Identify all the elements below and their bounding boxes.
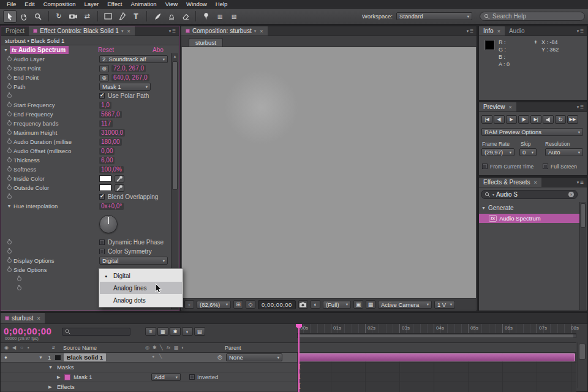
effects-group-row[interactable]: ▶ Effects bbox=[1, 382, 297, 392]
close-icon[interactable]: × bbox=[534, 179, 537, 186]
menu-composition[interactable]: Composition bbox=[39, 0, 80, 8]
pen-tool-icon[interactable] bbox=[115, 10, 129, 23]
use-polar-path-checkbox[interactable] bbox=[99, 93, 105, 99]
clone-stamp-tool-icon[interactable] bbox=[164, 10, 178, 23]
ram-preview-icon[interactable]: ▶▶ bbox=[567, 115, 578, 124]
hue-interpolation-dial[interactable] bbox=[99, 215, 118, 233]
dynamic-hue-phase-checkbox[interactable] bbox=[99, 239, 105, 245]
menu-layer[interactable]: Layer bbox=[80, 0, 104, 8]
menu-animation[interactable]: Animation bbox=[126, 0, 160, 8]
menu-file[interactable]: File bbox=[2, 0, 20, 8]
twirl-down-icon[interactable]: ▼ bbox=[4, 48, 10, 52]
eye-icon[interactable]: ● bbox=[4, 355, 7, 360]
about-link[interactable]: Abo bbox=[153, 47, 164, 53]
viewer-tab-sturbust[interactable]: sturbust bbox=[189, 38, 223, 47]
menu-view[interactable]: View bbox=[161, 0, 182, 8]
layer-name[interactable]: Black Solid 1 bbox=[64, 353, 106, 361]
last-frame-icon[interactable]: ▶| bbox=[530, 115, 541, 124]
stopwatch-icon[interactable] bbox=[17, 277, 21, 281]
stopwatch-icon[interactable] bbox=[7, 249, 12, 254]
chevron-down-icon[interactable]: ▾ bbox=[492, 192, 494, 197]
time-ruler[interactable]: :00s 01s 02s 03s 04s 05s 06s 07s 08s bbox=[297, 324, 576, 334]
scrollbar-thumb[interactable] bbox=[581, 203, 586, 228]
twirl-down-icon[interactable]: ▼ bbox=[39, 355, 43, 360]
composition-viewer[interactable] bbox=[182, 47, 476, 298]
current-time-display[interactable]: 0;00;00;00 bbox=[258, 300, 296, 309]
clear-search-icon[interactable]: × bbox=[568, 192, 574, 197]
color-symmetry-checkbox[interactable] bbox=[99, 249, 105, 254]
magnification-select[interactable]: (82,6%)▾ bbox=[197, 301, 231, 309]
switch-dot[interactable]: ╲ bbox=[159, 354, 162, 359]
rotation-tool-icon[interactable]: ↻ bbox=[52, 10, 66, 23]
thickness-value[interactable]: 6,00 bbox=[99, 157, 115, 164]
source-name-header[interactable]: Source Name bbox=[63, 345, 97, 351]
next-frame-icon[interactable]: |▶ bbox=[518, 115, 529, 124]
draft-3d-icon[interactable]: ▦ bbox=[157, 327, 168, 336]
close-icon[interactable]: × bbox=[509, 104, 512, 110]
region-of-interest-icon[interactable]: ▣ bbox=[353, 300, 363, 309]
menu-window[interactable]: Window bbox=[182, 0, 211, 8]
panel-menu-icon[interactable]: ▾≡ bbox=[464, 26, 477, 36]
grid-guides-icon[interactable]: ⊞ bbox=[233, 300, 243, 309]
mask-shape-tool-icon[interactable] bbox=[101, 10, 115, 23]
work-area-bar[interactable] bbox=[297, 334, 576, 338]
pick-whip-icon[interactable]: ◎ bbox=[217, 354, 222, 360]
stopwatch-icon[interactable] bbox=[7, 140, 12, 144]
close-icon[interactable]: × bbox=[127, 28, 130, 34]
audio-duration-value[interactable]: 180,00 bbox=[99, 138, 122, 146]
tab-effect-controls[interactable]: Effect Controls: Black Solid 1 ▾ × bbox=[29, 26, 135, 36]
panel-menu-icon[interactable]: ▾≡ bbox=[574, 102, 587, 111]
maximum-height-value[interactable]: 31000,0 bbox=[99, 129, 125, 137]
layer-color-swatch[interactable] bbox=[55, 355, 61, 361]
loop-icon[interactable]: ↻ bbox=[555, 115, 566, 124]
end-point-value[interactable]: 640,0, 267,0 bbox=[111, 74, 149, 81]
twirl-right-icon[interactable]: ▶ bbox=[57, 375, 60, 380]
twirl-down-icon[interactable]: ▼ bbox=[5, 204, 13, 208]
stopwatch-icon[interactable] bbox=[7, 94, 12, 98]
stopwatch-icon[interactable] bbox=[7, 66, 12, 70]
audio-layer-select[interactable]: 2. Soundtrack.aif▾ bbox=[99, 55, 168, 63]
twirl-down-icon[interactable]: ▼ bbox=[481, 206, 486, 210]
panel-menu-icon[interactable]: ▾≡ bbox=[166, 26, 179, 36]
zoom-tool-icon[interactable] bbox=[31, 10, 45, 23]
blend-overlapping-checkbox[interactable] bbox=[99, 194, 105, 200]
tab-audio[interactable]: Audio bbox=[505, 26, 529, 36]
hue-interpolation-value[interactable]: 0x+0,0° bbox=[99, 203, 124, 210]
ram-preview-options-select[interactable]: RAM Preview Options▾ bbox=[481, 128, 583, 136]
resolution-select[interactable]: (Full)▾ bbox=[323, 301, 351, 309]
menu-item-analog-lines[interactable]: Analog lines bbox=[100, 282, 182, 294]
point-target-icon[interactable]: ⊕ bbox=[99, 74, 109, 81]
first-frame-icon[interactable]: |◀ bbox=[481, 115, 492, 124]
grid-toggle-icon[interactable]: ▧ bbox=[227, 10, 241, 23]
outside-color-swatch[interactable] bbox=[99, 184, 111, 191]
layer-row-black-solid[interactable]: ● ▼ 1 Black Solid 1 ● ╲ ◎ None▾ bbox=[1, 353, 297, 363]
motion-blur-icon[interactable]: ▤ bbox=[194, 327, 205, 336]
tab-timeline-sturbust[interactable]: sturbust × bbox=[1, 313, 45, 323]
menu-item-digital[interactable]: ● Digital bbox=[100, 270, 182, 282]
type-tool-icon[interactable]: T bbox=[129, 10, 143, 23]
frame-rate-select[interactable]: (29,97)▾ bbox=[481, 148, 514, 156]
stopwatch-icon[interactable] bbox=[7, 85, 12, 89]
brush-tool-icon[interactable] bbox=[150, 10, 164, 23]
menu-effect[interactable]: Effect bbox=[103, 0, 126, 8]
pan-behind-tool-icon[interactable]: ⇄ bbox=[80, 10, 94, 23]
parent-select[interactable]: None▾ bbox=[226, 353, 282, 361]
close-icon[interactable]: × bbox=[260, 28, 263, 34]
resolution-preview-select[interactable]: Auto▾ bbox=[545, 148, 583, 156]
scrollbar-thumb[interactable] bbox=[172, 61, 178, 190]
twirl-right-icon[interactable]: ▶ bbox=[48, 385, 51, 390]
audio-icon[interactable] bbox=[543, 115, 554, 124]
tab-effects-presets[interactable]: Effects & Presets× bbox=[479, 178, 541, 187]
previous-frame-icon[interactable]: ◀| bbox=[494, 115, 505, 124]
camera-tool-icon[interactable] bbox=[66, 10, 80, 23]
stopwatch-icon[interactable] bbox=[7, 57, 12, 61]
hand-tool-icon[interactable] bbox=[17, 10, 31, 23]
full-screen-checkbox[interactable] bbox=[543, 164, 548, 169]
chevron-down-icon[interactable]: ▾ bbox=[254, 29, 257, 34]
stopwatch-icon[interactable] bbox=[7, 130, 12, 135]
effects-search-input[interactable]: ▾ Audio S × bbox=[481, 190, 578, 199]
display-options-select[interactable]: Digital▾ bbox=[99, 257, 168, 265]
audio-offset-value[interactable]: 0,00 bbox=[99, 148, 115, 155]
stopwatch-icon[interactable] bbox=[7, 158, 12, 162]
layer-duration-bar[interactable] bbox=[298, 353, 575, 361]
